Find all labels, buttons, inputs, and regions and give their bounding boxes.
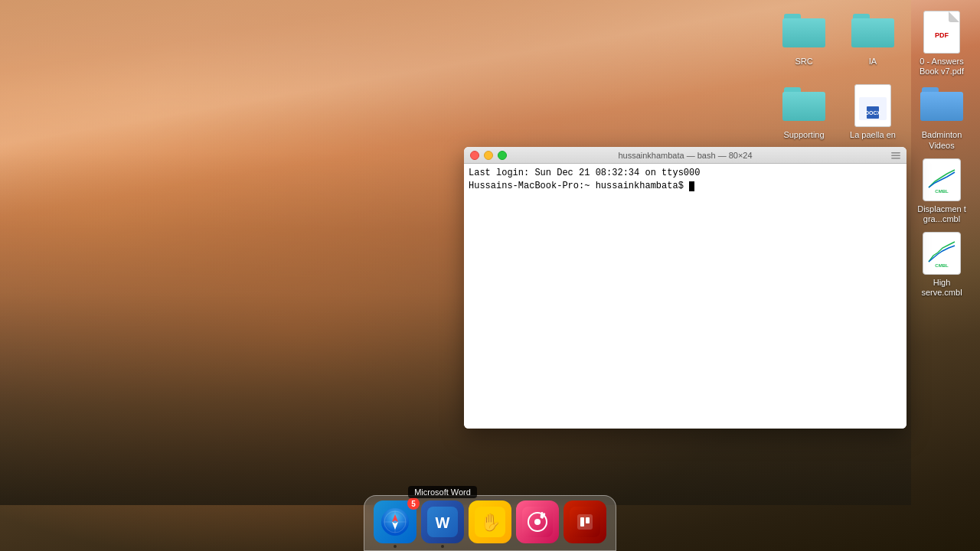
supporting-folder-label: Supporting xyxy=(783,130,824,140)
terminal-content-area[interactable]: Last login: Sun Dec 21 08:32:34 on ttys0… xyxy=(464,164,906,429)
ia-folder-icon[interactable]: IA xyxy=(842,8,903,80)
terminal-window[interactable]: hussainkhambata — bash — 80×24 Last logi… xyxy=(464,147,906,429)
dock-item-hand[interactable]: ✋ xyxy=(469,500,511,550)
high-serve-cmbl-icon[interactable]: CMBL High serve.cmbl xyxy=(911,229,972,301)
displacement-cmbl-icon[interactable]: CMBL Displacmen t gra...cmbl xyxy=(911,155,972,227)
answers-pdf-label: 0 - Answers Book v7.pdf xyxy=(914,57,969,77)
answers-pdf-icon[interactable]: PDF 0 - Answers Book v7.pdf xyxy=(911,8,972,80)
ia-folder-label: IA xyxy=(869,57,877,67)
src-folder-icon[interactable]: SRC xyxy=(773,8,835,80)
dock-container: 5 Microsoft Word W xyxy=(0,474,980,551)
dock: 5 Microsoft Word W xyxy=(364,495,616,551)
terminal-maximize-button[interactable] xyxy=(498,151,507,160)
safari-badge: 5 xyxy=(407,497,420,510)
dock-item-word[interactable]: Microsoft Word W xyxy=(421,500,464,550)
svg-text:W: W xyxy=(436,514,450,531)
svg-rect-22 xyxy=(577,514,593,530)
safari-icon: 5 xyxy=(374,500,416,543)
icon-row-2: Supporting DOCX La paella en Badminton V… xyxy=(773,81,972,153)
terminal-line-2: Hussains-MacBook-Pro:~ hussainkhambata$ xyxy=(469,180,902,193)
svg-rect-24 xyxy=(586,517,590,523)
word-icon: W xyxy=(421,500,464,543)
badminton-folder-label: Badminton Videos xyxy=(914,130,969,150)
dock-item-more[interactable] xyxy=(564,500,606,550)
svg-rect-23 xyxy=(580,517,584,527)
svg-text:✋: ✋ xyxy=(480,512,501,533)
la-paella-docx-icon[interactable]: DOCX La paella en xyxy=(842,81,903,153)
terminal-resize-handle[interactable] xyxy=(890,149,902,161)
icon-row-1: SRC IA PDF 0 - Answers Book v7.pdf xyxy=(773,8,972,80)
svg-rect-5 xyxy=(891,158,900,159)
src-folder-label: SRC xyxy=(795,57,812,67)
svg-rect-4 xyxy=(891,155,900,157)
svg-point-18 xyxy=(534,519,541,525)
safari-dot xyxy=(394,545,397,548)
terminal-minimize-button[interactable] xyxy=(484,151,493,160)
hand-icon: ✋ xyxy=(469,500,511,543)
dock-item-safari[interactable]: 5 xyxy=(374,500,416,550)
la-paella-docx-label: La paella en xyxy=(850,130,896,140)
terminal-titlebar: hussainkhambata — bash — 80×24 xyxy=(464,147,906,164)
svg-rect-3 xyxy=(891,152,900,154)
word-dot xyxy=(441,545,444,548)
displacement-cmbl-label: Displacmen t gra...cmbl xyxy=(914,204,969,224)
supporting-folder-icon[interactable]: Supporting xyxy=(773,81,835,153)
more-app-icon xyxy=(564,500,606,543)
high-serve-cmbl-label: High serve.cmbl xyxy=(914,278,969,298)
terminal-title-label: hussainkhambata — bash — 80×24 xyxy=(618,151,752,160)
badminton-folder-icon[interactable]: Badminton Videos xyxy=(911,81,972,153)
terminal-close-button[interactable] xyxy=(470,151,479,160)
terminal-line-1: Last login: Sun Dec 21 08:32:34 on ttys0… xyxy=(469,167,902,180)
terminal-cursor xyxy=(689,181,694,191)
itunes-icon xyxy=(516,500,559,543)
word-tooltip: Microsoft Word xyxy=(408,486,477,498)
dock-item-itunes[interactable] xyxy=(516,500,559,550)
